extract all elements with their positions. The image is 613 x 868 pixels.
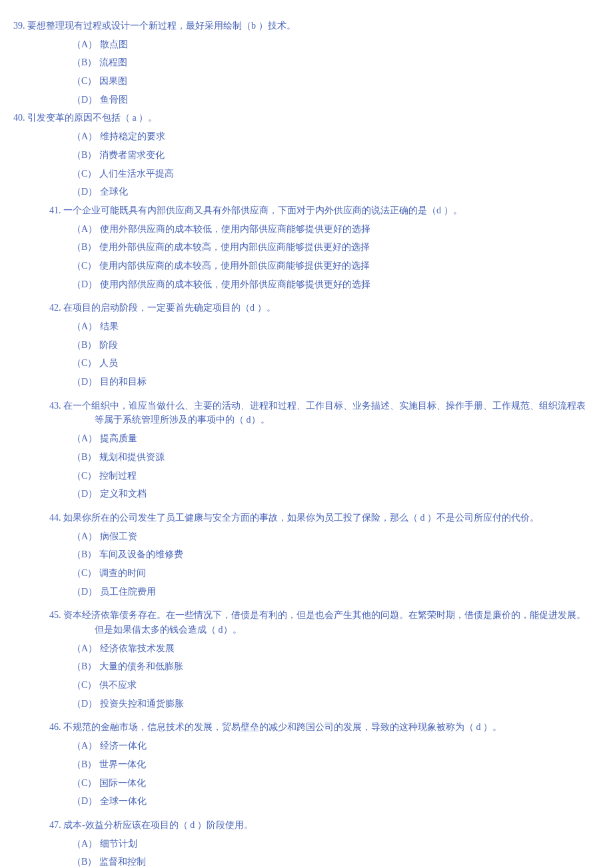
question-number: 41.	[49, 205, 61, 215]
question-stem: 46. 不规范的金融市场，信息技术的发展，贸易壁垒的减少和跨国公司的发展，导致的…	[13, 720, 600, 735]
answer-option: （A） 提高质量	[13, 431, 600, 446]
answer-option: （D） 目的和目标	[13, 375, 600, 389]
answer-option: （A） 经济一体化	[13, 739, 600, 753]
question-block: 45. 资本经济依靠债务存在。在一些情况下，借债是有利的，但是也会产生其他的问题…	[13, 608, 600, 711]
answer-option: （B） 世界一体化	[13, 757, 600, 772]
question-text: 引发变革的原因不包括（ a ）。	[25, 113, 158, 123]
question-number: 39.	[13, 21, 25, 31]
answer-option: （B） 规划和提供资源	[13, 450, 600, 465]
question-block: 42. 在项目的启动阶段，一定要首先确定项目的（d ）。（A） 结果（B） 阶段…	[13, 301, 600, 389]
answer-option: （A） 散点图	[13, 37, 600, 52]
question-block: 46. 不规范的金融市场，信息技术的发展，贸易壁垒的减少和跨国公司的发展，导致的…	[13, 720, 600, 808]
question-block: 44. 如果你所在的公司发生了员工健康与安全方面的事故，如果你为员工投了保险，那…	[13, 511, 600, 599]
question-stem: 39. 要想整理现有过程或设计一个新过程，最好采用绘制（b ）技术。	[13, 19, 600, 33]
answer-option: （B） 消费者需求变化	[13, 148, 600, 163]
answer-option: （A） 维持稳定的要求	[13, 129, 600, 144]
question-text: 成本-效益分析应该在项目的（ d ）阶段使用。	[61, 820, 253, 830]
question-block: 39. 要想整理现有过程或设计一个新过程，最好采用绘制（b ）技术。（A） 散点…	[13, 19, 600, 107]
spacer	[13, 603, 600, 608]
questions-container: 39. 要想整理现有过程或设计一个新过程，最好采用绘制（b ）技术。（A） 散点…	[13, 19, 600, 868]
question-stem: 40. 引发变革的原因不包括（ a ）。	[13, 111, 600, 125]
answer-option: （B） 阶段	[13, 338, 600, 353]
answer-option: （D） 定义和文档	[13, 487, 600, 501]
answer-option: （C） 国际一体化	[13, 776, 600, 791]
answer-option: （C） 人们生活水平提高	[13, 167, 600, 181]
answer-option: （B） 监督和控制	[13, 855, 600, 868]
question-block: 47. 成本-效益分析应该在项目的（ d ）阶段使用。（A） 细节计划（B） 监…	[13, 818, 600, 868]
spacer	[13, 715, 600, 720]
answer-option: （C） 供不应求	[13, 678, 600, 693]
question-number: 47.	[49, 820, 61, 830]
answer-option: （D） 使用内部供应商的成本较低，使用外部供应商能够提供更好的选择	[13, 277, 600, 292]
question-text: 资本经济依靠债务存在。在一些情况下，借债是有利的，但是也会产生其他的问题。在繁荣…	[61, 610, 586, 635]
question-stem: 47. 成本-效益分析应该在项目的（ d ）阶段使用。	[13, 818, 600, 833]
answer-option: （D） 全球化	[13, 185, 600, 199]
spacer	[13, 505, 600, 511]
question-number: 45.	[49, 610, 61, 620]
question-number: 40.	[13, 113, 25, 123]
question-number: 42.	[49, 303, 61, 313]
question-text: 如果你所在的公司发生了员工健康与安全方面的事故，如果你为员工投了保险，那么（ d…	[61, 513, 540, 523]
question-number: 46.	[49, 722, 61, 732]
question-stem: 45. 资本经济依靠债务存在。在一些情况下，借债是有利的，但是也会产生其他的问题…	[13, 608, 600, 637]
question-text: 要想整理现有过程或设计一个新过程，最好采用绘制（b ）技术。	[25, 21, 296, 31]
question-text: 在项目的启动阶段，一定要首先确定项目的（d ）。	[61, 303, 276, 313]
question-stem: 42. 在项目的启动阶段，一定要首先确定项目的（d ）。	[13, 301, 600, 315]
answer-option: （A） 经济依靠技术发展	[13, 641, 600, 656]
answer-option: （C） 因果图	[13, 74, 600, 89]
question-stem: 44. 如果你所在的公司发生了员工健康与安全方面的事故，如果你为员工投了保险，那…	[13, 511, 600, 525]
question-block: 43. 在一个组织中，谁应当做什么、主要的活动、进程和过程、工作目标、业务描述、…	[13, 399, 600, 501]
answer-option: （A） 细节计划	[13, 837, 600, 851]
answer-option: （A） 使用外部供应商的成本较低，使用内部供应商能够提供更好的选择	[13, 222, 600, 237]
question-block: 40. 引发变革的原因不包括（ a ）。（A） 维持稳定的要求（B） 消费者需求…	[13, 111, 600, 199]
spacer	[13, 295, 600, 301]
question-text: 不规范的金融市场，信息技术的发展，贸易壁垒的减少和跨国公司的发展，导致的这种现象…	[61, 722, 502, 732]
answer-option: （C） 使用内部供应商的成本较高，使用外部供应商能够提供更好的选择	[13, 259, 600, 273]
answer-option: （D） 鱼骨图	[13, 93, 600, 107]
answer-option: （C） 人员	[13, 356, 600, 371]
answer-option: （A） 病假工资	[13, 529, 600, 544]
answer-option: （D） 员工住院费用	[13, 585, 600, 599]
question-text: 一个企业可能既具有内部供应商又具有外部供应商，下面对于内外供应商的说法正确的是（…	[61, 205, 462, 215]
question-block: 41. 一个企业可能既具有内部供应商又具有外部供应商，下面对于内外供应商的说法正…	[13, 203, 600, 291]
answer-option: （A） 结果	[13, 319, 600, 334]
answer-option: （D） 全球一体化	[13, 794, 600, 809]
question-stem: 41. 一个企业可能既具有内部供应商又具有外部供应商，下面对于内外供应商的说法正…	[13, 203, 600, 218]
answer-option: （D） 投资失控和通货膨胀	[13, 697, 600, 711]
question-stem: 43. 在一个组织中，谁应当做什么、主要的活动、进程和过程、工作目标、业务描述、…	[13, 399, 600, 427]
question-number: 44.	[49, 513, 61, 523]
answer-option: （B） 使用外部供应商的成本较高，使用内部供应商能够提供更好的选择	[13, 240, 600, 255]
answer-option: （B） 车间及设备的维修费	[13, 547, 600, 562]
question-text: 在一个组织中，谁应当做什么、主要的活动、进程和过程、工作目标、业务描述、实施目标…	[61, 401, 586, 425]
answer-option: （C） 控制过程	[13, 469, 600, 483]
answer-option: （B） 大量的债务和低膨胀	[13, 659, 600, 674]
spacer	[13, 813, 600, 818]
spacer	[13, 393, 600, 399]
answer-option: （B） 流程图	[13, 55, 600, 70]
question-number: 43.	[49, 401, 61, 411]
answer-option: （C） 调查的时间	[13, 566, 600, 581]
